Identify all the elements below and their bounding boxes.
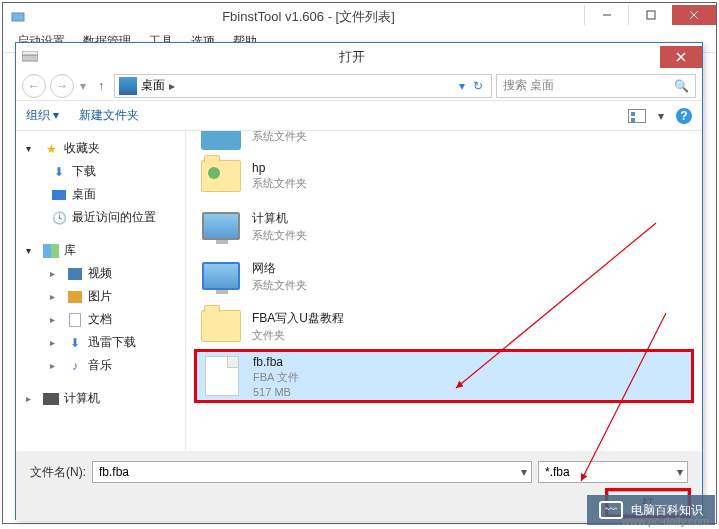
file-item-tutorial[interactable]: FBA写入U盘教程 文件夹 [196, 301, 692, 351]
help-icon[interactable]: ? [676, 108, 692, 124]
tree-pictures-label: 图片 [88, 288, 112, 305]
expand-icon[interactable]: ▾ [26, 143, 38, 154]
dialog-body: ▾ ★ 收藏夹 ⬇ 下载 桌面 🕓 最近访问的位置 ▾ 库 [16, 131, 702, 451]
app-titlebar: FbinstTool v1.606 - [文件列表] [3, 3, 716, 31]
svg-rect-6 [22, 51, 38, 55]
file-item-computer[interactable]: 计算机 系统文件夹 [196, 201, 692, 251]
file-type: 系统文件夹 [252, 228, 307, 243]
filename-label: 文件名(N): [30, 464, 86, 481]
file-name: 网络 [252, 260, 307, 277]
desktop-icon [119, 77, 137, 95]
view-dropdown-icon[interactable]: ▾ [658, 109, 664, 123]
file-name: hp [252, 161, 307, 175]
printer-icon [200, 131, 242, 157]
file-name: 计算机 [252, 210, 307, 227]
tree-xunlei-label: 迅雷下载 [88, 334, 136, 351]
expand-icon[interactable]: ▸ [50, 268, 62, 279]
tree-favorites[interactable]: ▾ ★ 收藏夹 [20, 137, 181, 160]
forward-button[interactable]: → [50, 74, 74, 98]
desktop-icon [50, 187, 68, 203]
dialog-close-button[interactable] [660, 46, 702, 68]
tree-pictures[interactable]: ▸ 图片 [20, 285, 181, 308]
file-type: 系统文件夹 [252, 278, 307, 293]
watermark-site: www.pc-daily.com [622, 515, 709, 527]
file-type: FBA 文件 [253, 370, 299, 385]
tree-downloads[interactable]: ⬇ 下载 [20, 160, 181, 183]
star-icon: ★ [42, 141, 60, 157]
expand-icon[interactable]: ▸ [50, 360, 62, 371]
search-placeholder: 搜索 桌面 [503, 77, 554, 94]
tree-documents-label: 文档 [88, 311, 112, 328]
search-box[interactable]: 搜索 桌面 🔍 [496, 74, 696, 98]
file-name: 系统文件夹 [252, 131, 307, 144]
picture-icon [66, 289, 84, 305]
tree-computer[interactable]: ▸ 计算机 [20, 387, 181, 410]
organize-button[interactable]: 组织 ▾ [26, 107, 59, 124]
expand-icon[interactable]: ▸ [50, 291, 62, 302]
file-item-network[interactable]: 网络 系统文件夹 [196, 251, 692, 301]
tree-music[interactable]: ▸ ♪ 音乐 [20, 354, 181, 377]
history-dropdown-icon[interactable]: ▾ [78, 79, 88, 93]
computer-icon [200, 205, 242, 247]
expand-icon[interactable]: ▸ [50, 314, 62, 325]
search-icon: 🔍 [674, 79, 689, 93]
expand-icon[interactable]: ▾ [26, 245, 38, 256]
location-box[interactable]: 桌面 ▸ ▾ ↻ [114, 74, 492, 98]
file-item-fba[interactable]: fb.fba FBA 文件 517 MB [196, 351, 692, 401]
expand-icon[interactable]: ▸ [50, 337, 62, 348]
drive-icon [16, 51, 44, 63]
tree-documents[interactable]: ▸ 文档 [20, 308, 181, 331]
tree-xunlei[interactable]: ▸ ⬇ 迅雷下载 [20, 331, 181, 354]
file-item-systop[interactable]: 系统文件夹 [196, 131, 692, 151]
library-icon [42, 243, 60, 259]
view-mode-button[interactable] [628, 109, 646, 123]
computer-icon [42, 391, 60, 407]
app-title: FbinstTool v1.606 - [文件列表] [33, 8, 584, 26]
file-type: 系统文件夹 [252, 176, 307, 191]
new-folder-button[interactable]: 新建文件夹 [79, 107, 139, 124]
minimize-button[interactable] [584, 5, 628, 25]
download-icon: ⬇ [66, 335, 84, 351]
svg-rect-5 [22, 55, 38, 61]
file-type: 文件夹 [252, 328, 344, 343]
up-button[interactable]: ↑ [92, 79, 110, 93]
tree-desktop[interactable]: 桌面 [20, 183, 181, 206]
tree-videos[interactable]: ▸ 视频 [20, 262, 181, 285]
svg-rect-2 [647, 11, 655, 19]
nav-bar: ← → ▾ ↑ 桌面 ▸ ▾ ↻ 搜索 桌面 🔍 [16, 71, 702, 101]
filename-input[interactable]: fb.fba [92, 461, 532, 483]
app-icon [3, 10, 33, 24]
toolbar: 组织 ▾ 新建文件夹 ▾ ? [16, 101, 702, 131]
tree-desktop-label: 桌面 [72, 186, 96, 203]
chevron-right-icon: ▸ [169, 79, 175, 93]
tree-computer-label: 计算机 [64, 390, 100, 407]
tree-videos-label: 视频 [88, 265, 112, 282]
file-size: 517 MB [253, 386, 299, 398]
filter-combo[interactable]: *.fba [538, 461, 688, 483]
folder-icon [200, 155, 242, 197]
refresh-icon[interactable]: ↻ [469, 79, 487, 93]
document-icon [66, 312, 84, 328]
recent-icon: 🕓 [50, 210, 68, 226]
tree-downloads-label: 下载 [72, 163, 96, 180]
tree-favorites-label: 收藏夹 [64, 140, 100, 157]
tree-recent[interactable]: 🕓 最近访问的位置 [20, 206, 181, 229]
location-dropdown-icon[interactable]: ▾ [459, 79, 465, 93]
file-icon [201, 355, 243, 397]
maximize-button[interactable] [628, 5, 672, 25]
dialog-titlebar: 打开 [16, 43, 702, 71]
watermark-logo-icon: 〰 [599, 501, 623, 519]
music-icon: ♪ [66, 358, 84, 374]
expand-icon[interactable]: ▸ [26, 393, 38, 404]
svg-rect-0 [12, 13, 24, 21]
download-icon: ⬇ [50, 164, 68, 180]
file-name: fb.fba [253, 355, 299, 369]
dialog-title: 打开 [44, 48, 660, 66]
filter-value: *.fba [545, 465, 570, 479]
tree-libraries[interactable]: ▾ 库 [20, 239, 181, 262]
file-item-hp[interactable]: hp 系统文件夹 [196, 151, 692, 201]
close-button[interactable] [672, 5, 716, 25]
network-icon [200, 255, 242, 297]
back-button[interactable]: ← [22, 74, 46, 98]
file-name: FBA写入U盘教程 [252, 310, 344, 327]
